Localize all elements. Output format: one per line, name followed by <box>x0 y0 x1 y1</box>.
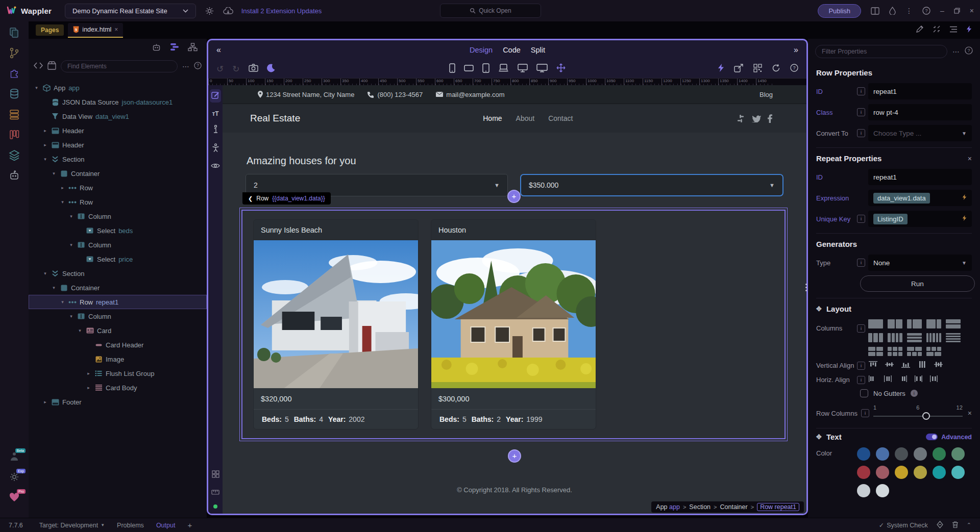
color-swatch[interactable] <box>914 466 927 479</box>
tree-item-row[interactable]: ▸Row <box>29 181 207 195</box>
color-swatch[interactable] <box>914 447 927 461</box>
crumb-section[interactable]: Section <box>689 503 710 511</box>
justify-start-icon[interactable] <box>868 375 877 385</box>
convert-to-select[interactable]: Choose Type ...▼ <box>868 125 972 141</box>
columns-option-8[interactable] <box>907 333 922 342</box>
expand-right-icon[interactable]: » <box>794 45 798 55</box>
justify-around-icon[interactable] <box>929 375 938 385</box>
edit-pencil-icon[interactable] <box>916 25 924 35</box>
tree-expander[interactable]: ▸ <box>60 185 65 190</box>
tree-expander[interactable]: ▾ <box>51 171 57 176</box>
tree-expander[interactable]: ▸ <box>86 385 91 390</box>
tab-index-html[interactable]: 5 index.html × <box>68 23 123 38</box>
quick-open-search[interactable]: Quick Open <box>440 4 541 18</box>
cleanup-icon[interactable] <box>936 521 944 530</box>
output-tab[interactable]: Output <box>156 522 176 529</box>
selector-list-icon[interactable] <box>949 26 958 35</box>
repeat-selection-outline[interactable]: Sunny Isles Beach <box>239 208 788 441</box>
undo-icon[interactable]: ↺ <box>216 64 224 74</box>
insert-element-button[interactable]: + <box>507 190 521 203</box>
tree-item-app-app[interactable]: ▾Appapp <box>29 81 207 95</box>
ai-assistant-icon[interactable] <box>152 42 161 54</box>
dynamic-data-bolt-icon[interactable] <box>718 63 724 74</box>
dynamic-events-bolt-icon[interactable] <box>966 25 972 35</box>
add-element-button[interactable]: + <box>508 449 521 463</box>
filter-properties-input[interactable] <box>815 45 947 58</box>
tree-expander[interactable]: ▾ <box>60 199 65 205</box>
info-icon[interactable]: i <box>857 215 865 223</box>
tree-item-flush-list-group[interactable]: ▸Flush List Group <box>29 366 207 381</box>
tree-expander[interactable]: ▸ <box>42 128 48 133</box>
phone-landscape-icon[interactable] <box>464 64 474 73</box>
twitter-icon[interactable] <box>752 115 761 122</box>
pages-files-icon[interactable] <box>8 27 20 39</box>
color-swatch[interactable] <box>895 466 908 479</box>
find-help-icon[interactable]: ? <box>194 62 202 71</box>
crumb-container[interactable]: Container <box>720 503 747 511</box>
tree-item-column[interactable]: ▾Column <box>29 238 207 252</box>
tree-item-section[interactable]: ▾Section <box>29 266 207 281</box>
info-mode-icon[interactable] <box>212 125 219 136</box>
grid-toggle-icon[interactable] <box>212 470 219 480</box>
collapse-left-icon[interactable]: « <box>216 45 221 55</box>
row-id-input[interactable]: repeat1 <box>868 83 972 99</box>
align-stretch-icon[interactable] <box>917 361 927 370</box>
repeat-id-input[interactable]: repeat1 <box>868 169 972 185</box>
database-icon[interactable] <box>8 88 20 100</box>
pro-heart-icon[interactable]: Pro <box>8 491 20 503</box>
columns-option-13[interactable] <box>907 347 922 356</box>
components-box-icon[interactable] <box>47 61 56 72</box>
install-updates-link[interactable]: Install 2 Extension Updates <box>241 7 322 15</box>
tree-item-image[interactable]: Image <box>29 352 207 366</box>
theme-droplet-icon[interactable] <box>889 7 896 15</box>
qr-code-icon[interactable] <box>753 64 762 74</box>
tab-code[interactable]: Code <box>503 46 521 54</box>
tree-item-container[interactable]: ▾Container <box>29 281 207 295</box>
tree-expander[interactable]: ▾ <box>77 328 83 333</box>
tablet-icon[interactable] <box>482 63 489 75</box>
tree-item-section[interactable]: ▾Section <box>29 152 207 166</box>
find-elements-input[interactable] <box>61 60 178 72</box>
columns-option-1[interactable] <box>868 319 883 328</box>
dark-mode-moon-icon[interactable] <box>267 64 275 74</box>
help-icon[interactable]: ? <box>922 7 930 15</box>
tree-item-row[interactable]: ▾Row <box>29 195 207 209</box>
nav-home-link[interactable]: Home <box>483 114 502 122</box>
tree-expander[interactable]: ▾ <box>42 271 48 276</box>
tree-item-footer[interactable]: ▸Footer <box>29 395 207 409</box>
text-size-icon[interactable]: тT <box>212 110 218 117</box>
system-check-item[interactable]: ✓ System Check <box>879 521 928 529</box>
align-bottom-icon[interactable] <box>901 361 911 370</box>
experimental-gear-icon[interactable]: Exp <box>8 471 20 483</box>
color-swatch[interactable] <box>857 484 870 497</box>
tree-item-header[interactable]: ▸Header <box>29 123 207 138</box>
columns-option-14[interactable] <box>926 347 941 356</box>
slider-handle[interactable] <box>922 412 930 420</box>
columns-option-10[interactable] <box>946 333 961 342</box>
align-top-icon[interactable] <box>868 361 878 370</box>
info-icon[interactable]: i <box>857 324 865 333</box>
color-swatch[interactable] <box>895 447 908 461</box>
server-stack-icon[interactable] <box>8 108 20 120</box>
tree-item-column[interactable]: ▾Column <box>29 209 207 223</box>
edit-pencil-icon[interactable] <box>210 89 221 103</box>
tree-expander[interactable]: ▾ <box>68 242 74 247</box>
tree-expander[interactable]: ▸ <box>42 399 48 404</box>
tree-expander[interactable]: ▾ <box>68 314 74 319</box>
info-icon[interactable]: i <box>857 108 865 116</box>
property-card-1[interactable]: Sunny Isles Beach <box>253 219 419 429</box>
accessibility-icon[interactable] <box>212 143 219 154</box>
nav-about-link[interactable]: About <box>516 114 535 122</box>
tree-item-card-body[interactable]: ▸Card Body <box>29 381 207 395</box>
close-repeat-icon[interactable]: × <box>968 155 972 163</box>
trash-icon[interactable] <box>952 521 959 530</box>
refresh-icon[interactable] <box>772 64 780 74</box>
app-structure-icon[interactable] <box>170 43 179 53</box>
ai-robot-icon[interactable] <box>8 169 20 182</box>
columns-option-2[interactable] <box>888 319 902 328</box>
open-in-browser-icon[interactable] <box>734 64 744 74</box>
columns-option-9[interactable] <box>926 333 941 342</box>
no-gutters-checkbox[interactable] <box>860 389 868 397</box>
preview-eye-icon[interactable] <box>211 162 220 171</box>
tree-expander[interactable]: ▾ <box>34 85 39 90</box>
